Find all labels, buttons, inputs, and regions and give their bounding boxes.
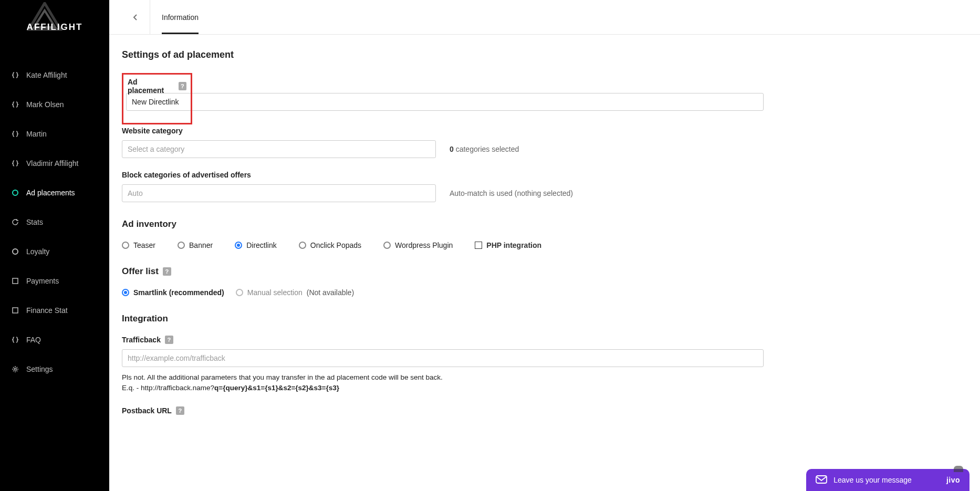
ad-inventory-options: Teaser Banner Directlink Onclick Popads …: [122, 241, 874, 249]
radio-onclick-popads[interactable]: Onclick Popads: [299, 241, 361, 249]
offer-list-options: Smartlink (recommended) Manual selection…: [122, 288, 874, 297]
circle-icon: [11, 248, 20, 255]
website-category-select[interactable]: [122, 140, 436, 158]
sidebar-item-label: Settings: [26, 365, 53, 373]
braces-icon: [11, 336, 20, 343]
envelope-icon: [816, 475, 827, 485]
postback-label: Postback URL ?: [122, 406, 874, 415]
sidebar-item-label: Stats: [26, 218, 43, 226]
radio-teaser[interactable]: Teaser: [122, 241, 155, 249]
svg-rect-7: [816, 476, 827, 483]
section-title-offer-list: Offer list ?: [122, 266, 874, 277]
main: Information Settings of ad placement Ad …: [109, 0, 980, 491]
website-category-hint: 0 categories selected: [450, 145, 519, 153]
chat-widget-handle[interactable]: [954, 466, 963, 472]
logo: AFFILIGHT: [0, 0, 109, 34]
svg-rect-4: [13, 278, 18, 284]
radio-manual-selection: Manual selection: [236, 288, 303, 297]
sidebar-item-label: Ad placements: [26, 189, 75, 197]
block-categories-select[interactable]: [122, 184, 436, 202]
help-icon[interactable]: ?: [163, 267, 171, 276]
sidebar-item-label: FAQ: [26, 336, 41, 344]
svg-point-6: [14, 368, 16, 370]
svg-point-2: [13, 190, 18, 195]
tab-label: Information: [162, 13, 199, 22]
sidebar-item-finance-stat[interactable]: Finance Stat: [0, 296, 109, 325]
radio-smartlink[interactable]: Smartlink (recommended): [122, 288, 224, 297]
radio-directlink[interactable]: Directlink: [235, 241, 277, 249]
logo-text: AFFILIGHT: [27, 22, 83, 33]
ad-placement-label: Ad placement ?: [128, 78, 186, 95]
trafficback-label: Trafficback ?: [122, 336, 874, 344]
sidebar-item-label: Finance Stat: [26, 306, 68, 315]
block-categories-hint: Auto-match is used (nothing selected): [450, 189, 573, 197]
block-categories-label: Block categories of advertised offers: [122, 171, 874, 179]
content: Settings of ad placement Ad placement ? …: [109, 35, 887, 490]
square-icon: [11, 277, 20, 285]
ad-placement-input[interactable]: [126, 93, 764, 111]
chat-widget-brand: jivo: [946, 476, 960, 484]
ad-placement-highlight: Ad placement ?: [122, 73, 192, 124]
square-icon: [11, 307, 20, 314]
trafficback-note: Pls not. All the additional parameters t…: [122, 372, 874, 394]
svg-rect-5: [13, 308, 18, 313]
help-icon[interactable]: ?: [165, 336, 173, 344]
topbar: Information: [109, 0, 980, 35]
help-icon[interactable]: ?: [179, 82, 186, 90]
circle-icon: [11, 189, 20, 196]
radio-wordpress-plugin[interactable]: Wordpress Plugin: [383, 241, 453, 249]
braces-icon: [11, 71, 20, 79]
gear-icon: [11, 365, 20, 373]
braces-icon: [11, 130, 20, 138]
trafficback-input[interactable]: [122, 349, 764, 367]
tab-information[interactable]: Information: [150, 0, 210, 34]
sidebar-item-label: Loyalty: [26, 247, 49, 256]
sidebar-item-settings[interactable]: Settings: [0, 354, 109, 384]
sidebar-item-payments[interactable]: Payments: [0, 266, 109, 296]
braces-icon: [11, 101, 20, 108]
braces-icon: [11, 160, 20, 167]
sidebar-item-kate[interactable]: Kate Affilight: [0, 60, 109, 90]
chat-widget[interactable]: Leave us your message jivo: [806, 469, 969, 491]
svg-point-3: [13, 249, 18, 254]
checkbox-php-integration[interactable]: PHP integration: [475, 241, 541, 249]
sidebar-item-faq[interactable]: FAQ: [0, 325, 109, 354]
section-title-integration: Integration: [122, 314, 874, 324]
radio-banner[interactable]: Banner: [178, 241, 213, 249]
chevron-left-icon: [132, 14, 139, 21]
section-title-settings: Settings of ad placement: [122, 49, 874, 60]
sidebar-item-loyalty[interactable]: Loyalty: [0, 237, 109, 266]
offer-not-available-note: (Not available): [307, 288, 354, 297]
sidebar-item-label: Payments: [26, 277, 59, 285]
sidebar: AFFILIGHT Kate Affilight Mark Olsen Mart…: [0, 0, 109, 491]
sidebar-item-vladimir[interactable]: Vladimir Affilight: [0, 149, 109, 178]
sidebar-item-label: Mark Olsen: [26, 100, 64, 109]
sidebar-item-ad-placements[interactable]: Ad placements: [0, 178, 109, 207]
sidebar-item-stats[interactable]: Stats: [0, 207, 109, 237]
sidebar-item-label: Vladimir Affilight: [26, 159, 78, 168]
sidebar-item-label: Kate Affilight: [26, 71, 67, 79]
sidebar-item-martin[interactable]: Martin: [0, 119, 109, 149]
chat-widget-text: Leave us your message: [833, 476, 912, 484]
back-button[interactable]: [121, 0, 150, 34]
sidebar-item-label: Martin: [26, 130, 47, 138]
refresh-icon: [11, 218, 20, 226]
sidebar-item-mark[interactable]: Mark Olsen: [0, 90, 109, 119]
help-icon[interactable]: ?: [176, 406, 184, 415]
section-title-ad-inventory: Ad inventory: [122, 219, 874, 229]
website-category-label: Website category: [122, 127, 874, 135]
